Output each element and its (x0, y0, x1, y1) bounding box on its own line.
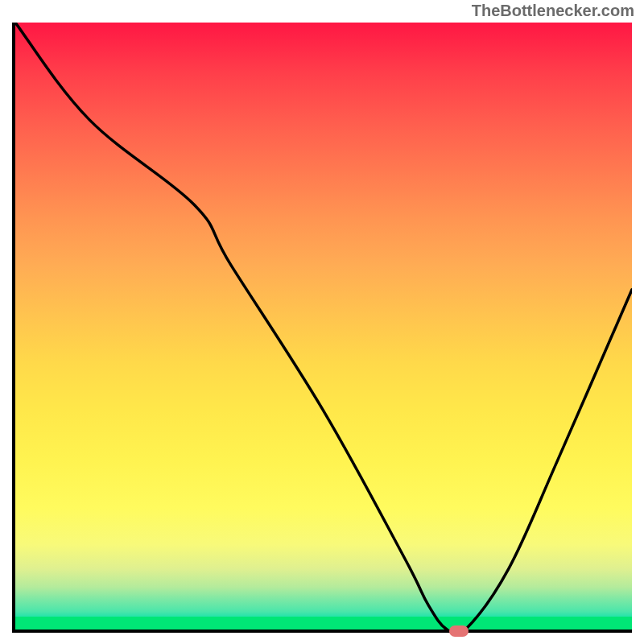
chart-plot-area (12, 23, 632, 633)
optimal-point-marker (449, 625, 469, 637)
watermark-text: TheBottlenecker.com (472, 2, 634, 20)
bottleneck-curve (15, 23, 632, 630)
